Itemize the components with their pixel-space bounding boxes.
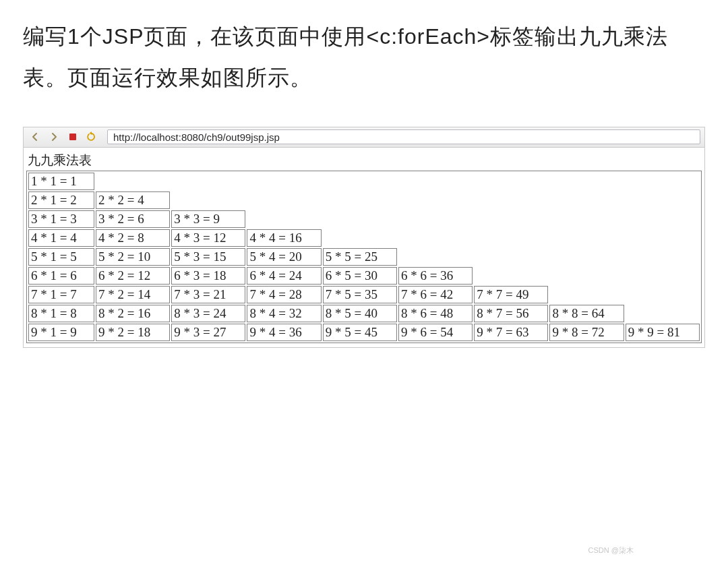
table-cell-empty (549, 267, 624, 285)
table-cell: 6 * 2 = 12 (96, 267, 170, 285)
table-cell: 6 * 5 = 30 (323, 267, 397, 285)
table-cell-empty (549, 229, 624, 247)
table-cell-empty (96, 173, 170, 190)
table-cell: 4 * 2 = 8 (96, 229, 170, 247)
table-cell-empty (626, 286, 700, 303)
table-cell: 8 * 3 = 24 (171, 305, 245, 322)
table-cell-empty (626, 229, 700, 247)
table-cell: 9 * 1 = 9 (28, 324, 94, 341)
table-cell-empty (549, 286, 624, 303)
page-content: 九九乘法表 1 * 1 = 12 * 1 = 22 * 2 = 43 * 1 =… (24, 148, 704, 347)
table-cell-empty (398, 191, 473, 209)
table-cell: 7 * 5 = 35 (323, 286, 397, 303)
table-cell-empty (247, 210, 321, 228)
table-cell: 7 * 2 = 14 (96, 286, 170, 303)
stop-icon (69, 133, 76, 140)
table-cell: 3 * 1 = 3 (28, 210, 94, 228)
table-cell: 5 * 3 = 15 (171, 248, 245, 266)
table-cell: 7 * 3 = 21 (171, 286, 245, 303)
table-cell: 3 * 2 = 6 (96, 210, 170, 228)
table-cell: 1 * 1 = 1 (28, 173, 94, 190)
table-cell-empty (626, 173, 700, 190)
table-cell: 9 * 9 = 81 (626, 324, 700, 341)
browser-window: http://localhost:8080/ch9/out99jsp.jsp 九… (23, 127, 705, 348)
table-cell-empty (398, 210, 473, 228)
table-cell: 8 * 2 = 16 (96, 305, 170, 322)
table-cell-empty (626, 305, 700, 322)
table-cell: 8 * 7 = 56 (474, 305, 548, 322)
arrow-left-icon (30, 132, 40, 142)
table-cell-empty (549, 210, 624, 228)
table-cell: 4 * 4 = 16 (247, 229, 321, 247)
table-cell: 9 * 2 = 18 (96, 324, 170, 341)
table-cell: 7 * 6 = 42 (398, 286, 473, 303)
table-cell: 5 * 4 = 20 (247, 248, 321, 266)
table-row: 8 * 1 = 88 * 2 = 168 * 3 = 248 * 4 = 328… (28, 305, 700, 322)
table-row: 3 * 1 = 33 * 2 = 63 * 3 = 9 (28, 210, 700, 228)
table-cell-empty (323, 173, 397, 190)
table-cell-empty (474, 191, 548, 209)
table-cell-empty (398, 173, 473, 190)
table-cell-empty (323, 191, 397, 209)
table-cell-empty (549, 173, 624, 190)
table-row: 9 * 1 = 99 * 2 = 189 * 3 = 279 * 4 = 369… (28, 324, 700, 341)
table-cell-empty (171, 173, 245, 190)
table-row: 6 * 1 = 66 * 2 = 126 * 3 = 186 * 4 = 246… (28, 267, 700, 285)
address-bar[interactable]: http://localhost:8080/ch9/out99jsp.jsp (107, 129, 700, 144)
table-cell: 5 * 5 = 25 (323, 248, 397, 266)
table-cell: 7 * 7 = 49 (474, 286, 548, 303)
table-cell-empty (626, 191, 700, 209)
table-cell: 9 * 7 = 63 (474, 324, 548, 341)
table-cell: 4 * 1 = 4 (28, 229, 94, 247)
back-button[interactable] (28, 129, 42, 144)
table-cell-empty (474, 229, 548, 247)
table-cell: 3 * 3 = 9 (171, 210, 245, 228)
table-row: 7 * 1 = 77 * 2 = 147 * 3 = 217 * 4 = 287… (28, 286, 700, 303)
table-row: 5 * 1 = 55 * 2 = 105 * 3 = 155 * 4 = 205… (28, 248, 700, 266)
table-cell-empty (247, 191, 321, 209)
table-cell: 9 * 3 = 27 (171, 324, 245, 341)
table-cell-empty (626, 267, 700, 285)
forward-button[interactable] (47, 129, 61, 144)
table-cell-empty (474, 248, 548, 266)
refresh-button[interactable] (84, 129, 99, 144)
watermark: CSDN @柒木 (588, 545, 634, 556)
table-cell-empty (398, 229, 473, 247)
table-cell: 8 * 5 = 40 (323, 305, 397, 322)
table-cell-empty (549, 248, 624, 266)
table-cell-empty (398, 248, 473, 266)
table-cell: 5 * 1 = 5 (28, 248, 94, 266)
table-cell-empty (323, 210, 397, 228)
multiplication-table: 1 * 1 = 12 * 1 = 22 * 2 = 43 * 1 = 33 * … (26, 171, 702, 343)
table-cell: 5 * 2 = 10 (96, 248, 170, 266)
table-row: 2 * 1 = 22 * 2 = 4 (28, 191, 700, 209)
table-row: 4 * 1 = 44 * 2 = 84 * 3 = 124 * 4 = 16 (28, 229, 700, 247)
table-cell: 7 * 4 = 28 (247, 286, 321, 303)
table-cell-empty (247, 173, 321, 190)
stop-button[interactable] (65, 129, 80, 144)
table-cell: 6 * 6 = 36 (398, 267, 473, 285)
table-cell: 8 * 8 = 64 (549, 305, 624, 322)
table-cell-empty (474, 267, 548, 285)
table-cell: 8 * 1 = 8 (28, 305, 94, 322)
table-cell-empty (549, 191, 624, 209)
table-cell-empty (626, 248, 700, 266)
table-cell: 2 * 2 = 4 (96, 191, 170, 209)
table-cell-empty (474, 210, 548, 228)
table-cell: 8 * 6 = 48 (398, 305, 473, 322)
question-text: 编写1个JSP页面，在该页面中使用<c:forEach>标签输出九九乘法表。页面… (23, 16, 705, 98)
table-cell: 6 * 3 = 18 (171, 267, 245, 285)
table-cell-empty (171, 191, 245, 209)
table-cell: 6 * 4 = 24 (247, 267, 321, 285)
table-row: 1 * 1 = 1 (28, 173, 700, 190)
table-cell: 4 * 3 = 12 (171, 229, 245, 247)
table-cell: 9 * 5 = 45 (323, 324, 397, 341)
table-cell-empty (323, 229, 397, 247)
refresh-icon (86, 131, 97, 142)
browser-toolbar: http://localhost:8080/ch9/out99jsp.jsp (24, 127, 704, 148)
table-cell: 6 * 1 = 6 (28, 267, 94, 285)
table-cell: 9 * 8 = 72 (549, 324, 624, 341)
table-cell-empty (474, 173, 548, 190)
table-cell: 9 * 6 = 54 (398, 324, 473, 341)
table-cell: 8 * 4 = 32 (247, 305, 321, 322)
